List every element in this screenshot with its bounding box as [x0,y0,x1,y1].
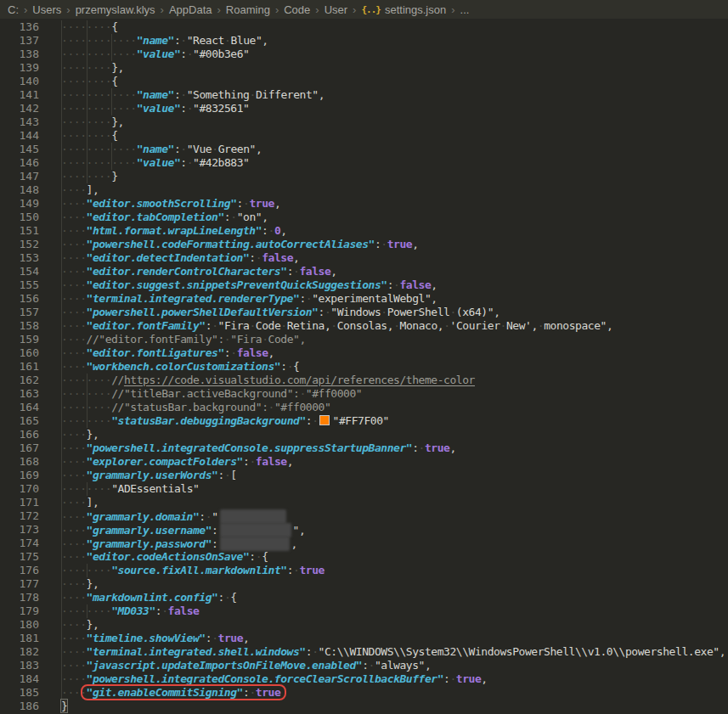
line-number[interactable]: 184 [0,672,51,686]
code-line[interactable]: 146············"value":·"#42b883" [0,156,728,170]
line-number[interactable]: 173 [0,523,51,537]
code-line-content[interactable]: ····"javascript.updateImportsOnFileMove.… [51,659,728,672]
code-line-content[interactable]: ········} [51,170,728,183]
line-number[interactable]: 166 [0,428,51,441]
line-number[interactable]: 160 [0,346,51,360]
line-number[interactable]: 163 [0,387,51,401]
line-number[interactable]: 147 [0,170,51,183]
line-number[interactable]: 142 [0,102,51,115]
line-number[interactable]: 176 [0,564,51,577]
code-line[interactable]: 161····"workbench.colorCustomizations":·… [0,360,728,374]
code-line-content[interactable]: ············"value":·"#00b3e6" [51,48,728,61]
code-line[interactable]: 176········"source.fixAll.markdownlint":… [0,564,728,577]
code-line[interactable]: 136········{ [0,20,728,34]
code-line-content[interactable]: ····"html.format.wrapLineLength":·0, [51,224,728,238]
code-line[interactable]: 165········"statusBar.debuggingBackgroun… [0,414,728,428]
line-number[interactable]: 175 [0,550,51,564]
line-number[interactable]: 148 [0,183,51,197]
breadcrumb-item[interactable]: Users [32,3,61,16]
line-number[interactable]: 172 [0,509,51,523]
code-line-content[interactable]: ········{ [51,20,728,34]
breadcrumb-file-name[interactable]: settings.json [385,3,446,16]
code-line[interactable]: 163········//"titleBar.activeBackground"… [0,387,728,401]
line-number[interactable]: 185 [0,686,51,700]
breadcrumb-item[interactable]: C: [8,3,19,16]
code-line[interactable]: 168····"explorer.compactFolders":·false, [0,455,728,469]
breadcrumb-item[interactable]: przemyslaw.klys [76,3,155,16]
code-line-content[interactable]: ····"grammarly.password":, [51,537,728,550]
line-number[interactable]: 141 [0,88,51,102]
code-line-content[interactable]: } [51,700,728,713]
code-line-content[interactable]: ····//"editor.fontFamily":·"Fira·Code", [51,333,728,346]
code-line[interactable]: 159····//"editor.fontFamily":·"Fira·Code… [0,333,728,346]
code-line[interactable]: 151····"html.format.wrapLineLength":·0, [0,224,728,238]
code-line-content[interactable]: ····"powershell.codeFormatting.autoCorre… [51,238,728,251]
code-line[interactable]: 143········}, [0,115,728,129]
code-line[interactable]: 178····"markdownlint.config":·{ [0,591,728,604]
line-number[interactable]: 179 [0,604,51,618]
code-line-content[interactable]: ········}, [51,115,728,129]
line-number[interactable]: 168 [0,455,51,469]
code-line[interactable]: 175····"editor.codeActionsOnSave":·{ [0,550,728,564]
code-line[interactable]: 149····"editor.smoothScrolling":·true, [0,197,728,211]
code-line-content[interactable]: ········//"statusBar.background":·"#ff00… [51,401,728,414]
code-line-content[interactable]: ····"grammarly.username":", [51,523,728,537]
code-line[interactable]: 147········} [0,170,728,183]
line-number[interactable]: 151 [0,224,51,238]
line-number[interactable]: 156 [0,292,51,306]
line-number[interactable]: 183 [0,659,51,672]
line-number[interactable]: 171 [0,496,51,509]
code-line-content[interactable]: ····"editor.codeActionsOnSave":·{ [51,550,728,564]
line-number[interactable]: 155 [0,278,51,292]
code-line-content[interactable]: ····"powershell.powerShellDefaultVersion… [51,306,728,319]
line-number[interactable]: 181 [0,632,51,645]
code-line[interactable]: 171····], [0,496,728,509]
code-line-content[interactable]: ····}, [51,618,728,632]
code-line[interactable]: 173····"grammarly.username":", [0,523,728,537]
code-line-content[interactable]: ····}, [51,428,728,441]
code-line-content[interactable]: ····"workbench.colorCustomizations":·{ [51,360,728,374]
line-number[interactable]: 139 [0,61,51,75]
code-line[interactable]: 137············"name":·"React·Blue", [0,34,728,48]
code-line-content[interactable]: ········//https://code.visualstudio.com/… [51,374,728,387]
code-line[interactable]: 152····"powershell.codeFormatting.autoCo… [0,238,728,251]
line-number[interactable]: 153 [0,251,51,265]
line-number[interactable]: 150 [0,211,51,224]
code-line[interactable]: 162········//https://code.visualstudio.c… [0,374,728,387]
line-number[interactable]: 144 [0,129,51,143]
code-line[interactable]: 186} [0,700,728,713]
line-number[interactable]: 137 [0,34,51,48]
code-line-content[interactable]: ····"editor.detectIndentation":·false, [51,251,728,265]
line-number[interactable]: 143 [0,115,51,129]
code-line-content[interactable]: ····"explorer.compactFolders":·false, [51,455,728,469]
code-line[interactable]: 181····"timeline.showView":·true, [0,632,728,645]
code-line-content[interactable]: ····"timeline.showView":·true, [51,632,728,645]
code-line-content[interactable]: ········"MD033":·false [51,604,728,618]
code-editor[interactable]: 136········{137············"name":·"Reac… [0,19,728,713]
line-number[interactable]: 158 [0,319,51,333]
code-line-content[interactable]: ········//"titleBar.activeBackground":·"… [51,387,728,401]
code-line-content[interactable]: ····"markdownlint.config":·{ [51,591,728,604]
line-number[interactable]: 140 [0,75,51,88]
code-line-content[interactable]: ····], [51,183,728,197]
breadcrumb-item[interactable]: AppData [169,3,212,16]
code-line[interactable]: 179········"MD033":·false [0,604,728,618]
line-number[interactable]: 136 [0,20,51,34]
line-number[interactable]: 157 [0,306,51,319]
code-line-content[interactable]: ····"editor.smoothScrolling":·true, [51,197,728,211]
line-number[interactable]: 170 [0,482,51,496]
code-line[interactable]: 183····"javascript.updateImportsOnFileMo… [0,659,728,672]
code-line-content[interactable]: ····"editor.tabCompletion":·"on", [51,211,728,224]
code-line-content[interactable]: ············"name":·"React·Blue", [51,34,728,48]
breadcrumb-symbol-path[interactable]: ... [460,3,470,16]
code-line[interactable]: 180····}, [0,618,728,632]
code-line-content[interactable]: ········}, [51,61,728,75]
code-line-content[interactable]: ····"git.enableCommitSigning":·true [51,686,728,700]
code-line-content[interactable]: ····"editor.fontLigatures":·false, [51,346,728,360]
code-line-content[interactable]: ····"powershell.integratedConsole.suppre… [51,441,728,455]
code-line-content[interactable]: ····], [51,496,728,509]
code-line-content[interactable]: ········"source.fixAll.markdownlint":·tr… [51,564,728,577]
line-number[interactable]: 174 [0,537,51,550]
code-line-content[interactable]: ············"value":·"#832561" [51,102,728,115]
code-line[interactable]: 150····"editor.tabCompletion":·"on", [0,211,728,224]
